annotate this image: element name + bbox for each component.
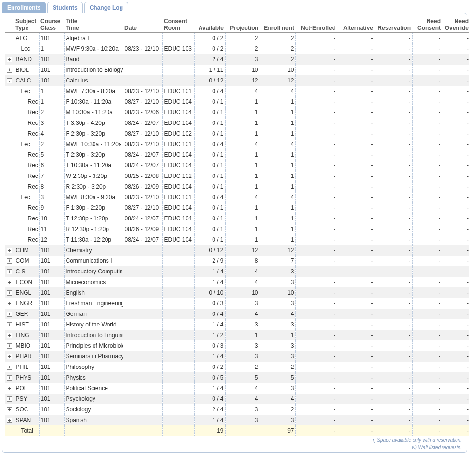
table-row[interactable]: Rec12T 11:30a - 12:20p08/24 - 12/07EDUC … [5, 234, 469, 245]
table-row[interactable]: -ALG101Algebra I0 / 222----- [5, 33, 469, 43]
collapse-icon[interactable]: - [7, 36, 12, 41]
col-subject[interactable]: SubjectType [14, 17, 39, 33]
expand-icon[interactable]: + [7, 280, 12, 285]
col-title[interactable]: TitleTime [64, 17, 123, 33]
expand-icon[interactable]: + [7, 343, 12, 349]
cell-alternative: - [337, 383, 375, 394]
table-row[interactable]: +PHYS101Physics0 / 555----- [5, 372, 469, 383]
table-row[interactable]: +SPAN101Spanish1 / 433----- [5, 415, 469, 425]
col-projection[interactable]: Projection [225, 17, 260, 33]
total-cell [123, 425, 162, 436]
col-not-enrolled[interactable]: Not-Enrolled [295, 17, 337, 33]
table-row[interactable]: +ENGR101Freshman Engineering0 / 333----- [5, 298, 469, 309]
tab-enrollments[interactable]: Enrollments [2, 2, 46, 13]
table-row[interactable]: Lec3MWF 8:30a - 9:20a08/23 - 12/10EDUC 1… [5, 192, 469, 203]
col-consent[interactable]: ConsentRoom [162, 17, 194, 33]
cell-room [162, 256, 194, 266]
table-row[interactable]: Rec1F 10:30a - 11:20a08/27 - 12/10EDUC 1… [5, 96, 469, 107]
table-row[interactable]: +PHIL101Philosophy0 / 222----- [5, 362, 469, 372]
col-need-consent[interactable]: NeedConsent [412, 17, 442, 33]
table-row[interactable]: +HIST101History of the World1 / 433----- [5, 319, 469, 330]
tab-change-log[interactable]: Change Log [84, 2, 128, 13]
expand-icon[interactable]: + [7, 68, 12, 73]
cell-available: 2 / 4 [194, 404, 225, 415]
table-row[interactable]: +BAND101Band2 / 432----- [5, 54, 469, 65]
expand-icon[interactable]: + [7, 354, 12, 359]
expand-icon[interactable]: + [7, 258, 12, 264]
expand-icon[interactable]: + [7, 322, 12, 327]
expand-icon[interactable]: + [7, 301, 12, 306]
cell-subject: COM [14, 256, 39, 266]
cell-available: 1 / 2 [194, 330, 225, 340]
expand-icon[interactable]: + [7, 248, 12, 253]
cell-need-consent: - [412, 54, 442, 65]
tab-students[interactable]: Students [47, 2, 82, 13]
cell-subject: BAND [14, 54, 39, 65]
table-row[interactable]: Lec1MWF 7:30a - 8:20a08/23 - 12/10EDUC 1… [5, 86, 469, 96]
table-row[interactable]: Rec8R 2:30p - 3:20p08/26 - 12/09EDUC 104… [5, 181, 469, 192]
cell-need-override: - [442, 287, 469, 298]
expand-icon[interactable]: + [7, 375, 12, 381]
expand-icon[interactable]: + [7, 407, 12, 412]
cell-course: 11 [39, 224, 64, 234]
expand-icon[interactable]: + [7, 312, 12, 317]
expand-icon[interactable]: + [7, 333, 12, 338]
cell-available: 0 / 12 [194, 245, 225, 256]
table-row[interactable]: +LING101Introduction to Linguistics1 / 2… [5, 330, 469, 340]
table-row[interactable]: Rec5T 2:30p - 3:20p08/24 - 12/07EDUC 104… [5, 150, 469, 160]
table-row[interactable]: +C S101Introductory Computing1 / 443----… [5, 266, 469, 277]
table-row[interactable]: +BIOL101Introduction to Biology1 / 11101… [5, 65, 469, 75]
cell-subject: ALG [14, 33, 39, 43]
col-course[interactable]: CourseClass [39, 17, 64, 33]
cell-need-consent: - [412, 181, 442, 192]
expand-icon[interactable]: + [7, 290, 12, 296]
cell-reservation: - [375, 96, 412, 107]
expand-icon[interactable]: + [7, 386, 12, 391]
expand-icon[interactable]: + [7, 269, 12, 274]
cell-need-consent: - [412, 404, 442, 415]
table-row[interactable]: Rec6T 10:30a - 11:20a08/24 - 12/07EDUC 1… [5, 160, 469, 171]
table-row[interactable]: +POL101Political Science1 / 443----- [5, 383, 469, 394]
cell-room [162, 54, 194, 65]
enrollment-table: SubjectType CourseClass TitleTime Date C… [5, 17, 469, 436]
col-available[interactable]: Available [194, 17, 225, 33]
expand-icon[interactable]: + [7, 396, 12, 402]
table-row[interactable]: +CHM101Chemistry I0 / 121212----- [5, 245, 469, 256]
col-alternative[interactable]: Alternative [337, 17, 375, 33]
cell-date: 08/26 - 12/09 [123, 224, 162, 234]
cell-alternative: - [337, 192, 375, 203]
table-row[interactable]: +ENGL101English0 / 101010----- [5, 287, 469, 298]
table-row[interactable]: +MBIO101Principles of Microbiology0 / 33… [5, 340, 469, 351]
table-row[interactable]: Lec2MWF 10:30a - 11:20a08/23 - 12/10EDUC… [5, 139, 469, 150]
expand-icon[interactable]: + [7, 418, 12, 423]
table-row[interactable]: Rec7W 2:30p - 3:20p08/25 - 12/08EDUC 102… [5, 171, 469, 181]
collapse-icon[interactable]: - [7, 78, 12, 83]
expand-icon[interactable]: + [7, 57, 12, 62]
table-row[interactable]: +COM101Communications I2 / 987----- [5, 256, 469, 266]
table-row[interactable]: -CALC101Calculus0 / 121212----- [5, 75, 469, 86]
col-need-override[interactable]: NeedOverride [442, 17, 469, 33]
expand-icon[interactable]: + [7, 365, 12, 370]
cell-title: MWF 10:30a - 11:20a [64, 139, 123, 150]
cell-date: 08/25 - 12/08 [123, 171, 162, 181]
table-row[interactable]: Rec11R 12:30p - 1:20p08/26 - 12/09EDUC 1… [5, 224, 469, 234]
table-row[interactable]: Rec10T 12:30p - 1:20p08/24 - 12/07EDUC 1… [5, 213, 469, 224]
cell-need-override: - [442, 256, 469, 266]
table-row[interactable]: Rec4F 2:30p - 3:20p08/27 - 12/10EDUC 102… [5, 128, 469, 139]
table-row[interactable]: Rec9F 1:30p - 2:20p08/27 - 12/10EDUC 104… [5, 203, 469, 213]
table-row[interactable]: Rec3T 3:30p - 4:20p08/24 - 12/07EDUC 104… [5, 118, 469, 128]
table-row[interactable]: +PSY101Psychology0 / 444----- [5, 394, 469, 404]
table-row[interactable]: Rec2M 10:30a - 11:20a08/23 - 12/06EDUC 1… [5, 107, 469, 118]
cell-date: 08/23 - 12/06 [123, 107, 162, 118]
table-row[interactable]: Lec1MWF 9:30a - 10:20a08/23 - 12/10EDUC … [5, 43, 469, 54]
table-row[interactable]: +PHAR101Seminars in Pharmacy1 / 433----- [5, 351, 469, 362]
table-row[interactable]: +SOC101Sociology2 / 432----- [5, 404, 469, 415]
cell-need-override: - [442, 340, 469, 351]
table-row[interactable]: +GER101German0 / 444----- [5, 309, 469, 319]
cell-reservation: - [375, 351, 412, 362]
table-row[interactable]: +ECON101Micoeconomics1 / 443----- [5, 277, 469, 287]
col-date[interactable]: Date [123, 17, 162, 33]
col-enrollment[interactable]: Enrollment [260, 17, 295, 33]
col-reservation[interactable]: Reservation [375, 17, 412, 33]
cell-projection: 2 [225, 362, 260, 372]
